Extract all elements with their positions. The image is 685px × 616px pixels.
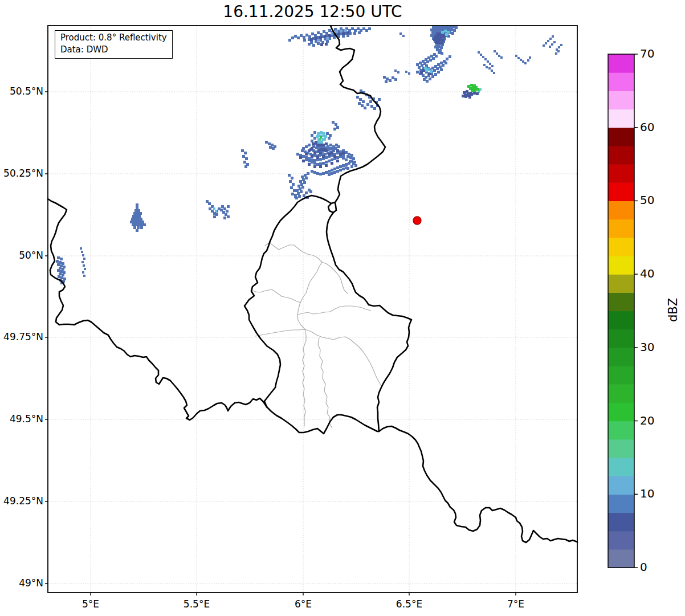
colorbar-segment <box>608 256 634 275</box>
radar-echo-cell <box>305 153 308 156</box>
canton-border <box>255 329 305 336</box>
radar-echo-cell <box>339 165 342 168</box>
radar-echo-cell <box>308 149 311 152</box>
radar-echo-cell <box>342 164 345 167</box>
radar-echo-cell <box>476 92 479 95</box>
radar-echo-cell <box>345 151 348 154</box>
radar-echo-cell <box>442 39 445 42</box>
radar-echo-cell <box>308 144 311 146</box>
radar-echo-cell <box>242 155 245 158</box>
radar-echo-cell <box>325 32 328 35</box>
radar-echo-cell <box>349 156 352 159</box>
radar-echo-cell <box>312 142 315 145</box>
radar-echo-cell <box>213 207 215 210</box>
radar-echo-cell <box>425 70 428 72</box>
radar-echo-cell <box>137 209 140 212</box>
radar-echo-cell <box>445 62 447 64</box>
radar-echo-cell <box>84 268 86 270</box>
colorbar-segment <box>608 72 634 91</box>
y-axis-label: 50.5°N <box>0 85 43 97</box>
colorbar-segment <box>608 402 634 421</box>
radar-echoes <box>56 26 562 284</box>
radar-echo-cell <box>557 50 560 52</box>
radar-echo-cell <box>426 80 429 83</box>
border-belgium-france <box>48 199 267 420</box>
radar-echo-cell <box>320 141 323 144</box>
radar-echo-cell <box>439 38 442 41</box>
data-source-line: Data: DWD <box>60 44 167 56</box>
border-france-germany <box>379 426 577 542</box>
x-axis-label: 5°E <box>65 598 116 610</box>
radar-echo-cell <box>436 38 439 41</box>
radar-echo-cell <box>308 163 311 166</box>
radar-echo-cell <box>328 160 331 162</box>
radar-echo-cell <box>430 70 433 73</box>
radar-echo-cell <box>420 71 423 74</box>
radar-echo-cell <box>362 27 365 30</box>
radar-echo-cell <box>437 46 440 48</box>
radar-echo-cell <box>322 162 325 165</box>
radar-site-marker <box>413 217 421 225</box>
radar-echo-cell <box>331 158 333 161</box>
radar-echo-cell <box>302 178 305 181</box>
radar-echo-cell <box>132 215 135 218</box>
radar-echo-cell <box>488 67 491 70</box>
radar-echo-cell <box>323 30 325 33</box>
radar-echo-cell <box>392 76 394 79</box>
radar-echo-cell <box>527 59 529 62</box>
radar-echo-cell <box>296 189 299 192</box>
radar-echo-cell <box>335 123 337 126</box>
y-axis-label: 50°N <box>0 250 43 261</box>
radar-echo-cell <box>302 160 305 162</box>
radar-echo-cell <box>333 128 336 130</box>
radar-echo-cell <box>136 221 138 223</box>
radar-echo-cell <box>138 215 141 218</box>
radar-echo-cell <box>356 96 359 99</box>
radar-echo-cell <box>57 256 60 259</box>
radar-echo-cell <box>305 177 308 180</box>
radar-echo-cell <box>345 158 348 161</box>
radar-echo-cell <box>547 40 549 42</box>
radar-echo-cell <box>349 160 352 163</box>
radar-echo-cell <box>301 149 304 152</box>
radar-echo-cell <box>326 37 329 40</box>
radar-echo-cell <box>430 28 433 31</box>
radar-echo-cell <box>441 52 443 55</box>
radar-echo-cell <box>320 136 322 138</box>
radar-echo-cell <box>436 48 439 51</box>
radar-echo-cell <box>394 78 397 81</box>
radar-echo-cell <box>405 71 407 73</box>
radar-echo-cell <box>308 160 311 162</box>
radar-echo-cell <box>470 93 473 96</box>
radar-echo-cell <box>317 31 320 34</box>
luxembourg-canton-borders <box>251 243 382 427</box>
radar-echo-cell <box>291 177 293 180</box>
colorbar-segment <box>608 128 634 146</box>
radar-echo-cell <box>446 58 448 60</box>
radar-echo-cell <box>350 165 353 168</box>
radar-echo-cell <box>378 98 381 101</box>
radar-echo-cell <box>81 261 84 263</box>
border-luxembourg-france <box>267 407 379 434</box>
radar-echo-cell <box>325 43 328 46</box>
radar-echo-cell <box>328 173 331 176</box>
radar-echo-cell <box>359 98 362 101</box>
radar-echo-cell <box>369 100 372 103</box>
canton-border <box>305 329 382 386</box>
radar-echo-cell <box>304 174 307 177</box>
radar-echo-cell <box>296 153 299 156</box>
colorbar-segment <box>608 421 634 440</box>
colorbar-segment <box>608 384 634 403</box>
radar-echo-cell <box>329 134 332 137</box>
radar-echo-cell <box>302 155 305 158</box>
radar-echo-cell <box>476 88 479 91</box>
radar-echo-cell <box>322 172 325 175</box>
radar-echo-cell <box>293 189 296 192</box>
canton-border <box>265 243 322 262</box>
radar-echo-cell <box>520 59 522 61</box>
radar-echo-cell <box>317 141 320 144</box>
y-axis-label: 49.75°N <box>0 331 43 342</box>
radar-echo-cell <box>313 152 316 154</box>
radar-echo-cell <box>313 162 316 165</box>
radar-echo-cell <box>60 258 63 260</box>
